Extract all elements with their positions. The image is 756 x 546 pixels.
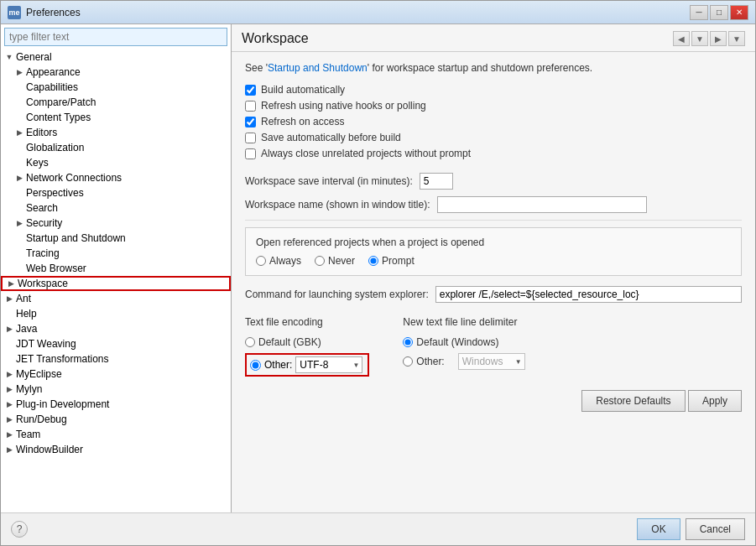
spacer — [14, 263, 24, 273]
sidebar-item-ant[interactable]: ▶ Ant — [1, 291, 231, 306]
right-panel: Workspace ◀ ▼ ▶ ▼ See 'Startup and Shutd… — [232, 24, 755, 512]
encoding-default-radio[interactable] — [245, 337, 255, 347]
delimiter-default-radio[interactable] — [403, 337, 413, 347]
refresh-native-checkbox[interactable] — [245, 101, 256, 112]
always-radio[interactable] — [256, 256, 266, 266]
save-before-build-label: Save automatically before build — [261, 132, 401, 143]
delimiter-default-label: Default (Windows) — [416, 336, 498, 348]
titlebar: me Preferences ─ □ ✕ — [1, 1, 755, 24]
refresh-access-checkbox[interactable] — [245, 117, 256, 127]
expand-icon: ▶ — [4, 369, 14, 379]
sidebar-item-capabilities[interactable]: Capabilities — [1, 80, 231, 95]
command-label: Command for launching system explorer: — [245, 289, 429, 300]
encoding-default-row: Default (GBK) — [245, 336, 369, 348]
sidebar-item-security[interactable]: ▶ Security — [1, 216, 231, 231]
sidebar-item-mylyn[interactable]: ▶ Mylyn — [1, 382, 231, 397]
sidebar-item-web-browser[interactable]: Web Browser — [1, 261, 231, 276]
sidebar-item-keys[interactable]: Keys — [1, 155, 231, 170]
sidebar-item-editors[interactable]: ▶ Editors — [1, 125, 231, 140]
expand-icon: ▶ — [6, 278, 16, 289]
workspace-name-row: Workspace name (shown in window title): — [245, 196, 742, 213]
nav-forward-dropdown-button[interactable]: ▼ — [728, 31, 745, 46]
delimiter-select[interactable]: Windows Unix Mac — [458, 353, 525, 370]
delimiter-other-radio[interactable] — [403, 356, 413, 367]
build-auto-row: Build automatically — [245, 84, 742, 96]
preferences-window: me Preferences ─ □ ✕ ▼ General ▶ Appeara… — [0, 0, 756, 546]
save-interval-input[interactable] — [420, 173, 453, 190]
close-button[interactable]: ✕ — [730, 5, 748, 20]
nav-dropdown-button[interactable]: ▼ — [691, 31, 708, 46]
encoding-delimiter-section: Text file encoding Default (GBK) Other: … — [245, 316, 742, 377]
encoding-other-label: Other: — [264, 359, 292, 371]
sidebar-item-help[interactable]: Help — [1, 306, 231, 321]
encoding-default-label: Default (GBK) — [258, 336, 321, 348]
delimiter-other-row: Other: Windows Unix Mac — [403, 353, 524, 370]
cancel-button[interactable]: Cancel — [686, 518, 745, 540]
sidebar-item-globalization[interactable]: Globalization — [1, 140, 231, 155]
sidebar-item-myeclipse[interactable]: ▶ MyEclipse — [1, 367, 231, 382]
save-before-build-checkbox[interactable] — [245, 133, 256, 143]
sidebar-item-search[interactable]: Search — [1, 200, 231, 216]
sidebar-item-jet-transformations[interactable]: JET Transformations — [1, 351, 231, 367]
tree-area: ▼ General ▶ Appearance Capabilities Comp… — [1, 49, 231, 512]
close-unrelated-row: Always close unrelated projects without … — [245, 148, 742, 159]
filter-input[interactable] — [4, 28, 227, 46]
window-title: Preferences — [26, 7, 690, 18]
sidebar-item-windowbuilder[interactable]: ▶ WindowBuilder — [1, 442, 231, 457]
expand-icon: ▶ — [4, 294, 14, 304]
encoding-other-radio[interactable] — [250, 360, 261, 371]
spacer — [14, 248, 24, 258]
text-encoding-title: Text file encoding — [245, 316, 369, 328]
nav-forward-button[interactable]: ▶ — [710, 31, 727, 46]
sidebar-item-network-connections[interactable]: ▶ Network Connections — [1, 170, 231, 185]
build-auto-checkbox[interactable] — [245, 85, 256, 96]
spacer — [14, 82, 24, 92]
spacer — [4, 309, 14, 319]
help-button[interactable]: ? — [11, 521, 28, 538]
refresh-access-label: Refresh on access — [261, 116, 344, 127]
open-projects-section: Open referenced projects when a project … — [245, 227, 742, 276]
sidebar-item-java[interactable]: ▶ Java — [1, 321, 231, 336]
checkbox-group: Build automatically Refresh using native… — [245, 84, 742, 159]
sidebar-item-jdt-weaving[interactable]: JDT Weaving — [1, 336, 231, 351]
expand-icon: ▶ — [14, 173, 24, 183]
expand-icon: ▶ — [4, 324, 14, 334]
sidebar-item-tracing[interactable]: Tracing — [1, 246, 231, 261]
expand-icon: ▶ — [14, 127, 24, 138]
nav-back-button[interactable]: ◀ — [673, 31, 690, 46]
build-auto-label: Build automatically — [261, 84, 345, 96]
sidebar-item-plugin-development[interactable]: ▶ Plug-in Development — [1, 397, 231, 412]
ok-button[interactable]: OK — [637, 518, 680, 540]
sidebar-item-team[interactable]: ▶ Team — [1, 427, 231, 442]
encoding-select[interactable]: UTF-8 UTF-16 ISO-8859-1 US-ASCII — [295, 356, 362, 373]
restore-defaults-button[interactable]: Restore Defaults — [581, 390, 685, 412]
sidebar-item-run-debug[interactable]: ▶ Run/Debug — [1, 412, 231, 427]
never-radio[interactable] — [315, 256, 325, 266]
never-label: Never — [328, 255, 355, 267]
prompt-radio[interactable] — [368, 256, 378, 266]
delimiter-default-row: Default (Windows) — [403, 336, 524, 348]
sidebar-item-workspace[interactable]: ▶ Workspace — [1, 276, 231, 291]
line-delimiter-section: New text file line delimiter Default (Wi… — [403, 316, 524, 377]
workspace-name-input[interactable] — [437, 196, 647, 213]
sidebar-item-general[interactable]: ▼ General — [1, 49, 231, 65]
apply-button[interactable]: Apply — [688, 390, 742, 412]
nav-buttons: ◀ ▼ ▶ ▼ — [673, 31, 745, 46]
sidebar-item-compare-patch[interactable]: Compare/Patch — [1, 95, 231, 110]
encoding-other-outlined: Other: UTF-8 UTF-16 ISO-8859-1 US-ASCII — [245, 353, 369, 377]
sidebar-item-content-types[interactable]: Content Types — [1, 110, 231, 125]
content-area: ▼ General ▶ Appearance Capabilities Comp… — [1, 24, 755, 512]
minimize-button[interactable]: ─ — [690, 5, 708, 20]
close-unrelated-checkbox[interactable] — [245, 148, 256, 159]
startup-shutdown-link[interactable]: Startup and Shutdown — [268, 62, 368, 74]
sidebar-item-perspectives[interactable]: Perspectives — [1, 185, 231, 200]
save-interval-row: Workspace save interval (in minutes): — [245, 173, 742, 190]
sidebar-item-appearance[interactable]: ▶ Appearance — [1, 65, 231, 80]
command-input[interactable] — [435, 286, 742, 303]
description: See 'Startup and Shutdown' for workspace… — [245, 62, 742, 74]
open-projects-options: Always Never Prompt — [256, 255, 731, 267]
expand-icon: ▶ — [4, 445, 14, 455]
sidebar-item-startup-shutdown[interactable]: Startup and Shutdown — [1, 231, 231, 246]
maximize-button[interactable]: □ — [710, 5, 728, 20]
restore-area: Restore Defaults Apply — [245, 387, 742, 415]
